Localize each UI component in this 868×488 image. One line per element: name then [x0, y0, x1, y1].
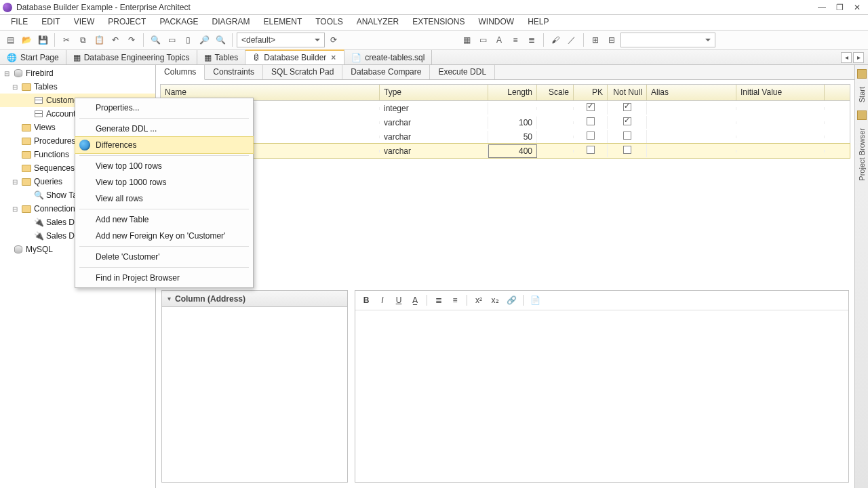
cell-scale[interactable]	[537, 136, 574, 138]
list-icon[interactable]: ≣	[524, 33, 539, 47]
cm-delete-customer[interactable]: Delete 'Customer'	[75, 249, 253, 265]
column-panel-header[interactable]: ▾ Column (Address)	[162, 291, 347, 307]
tab-close-icon[interactable]: ×	[330, 53, 337, 62]
cell-initial[interactable]	[736, 107, 825, 110]
numbered-list-icon[interactable]: ≡	[448, 293, 462, 307]
col-header-length[interactable]: Length	[488, 85, 537, 100]
cell-type[interactable]: integer	[380, 102, 488, 115]
cell-alias[interactable]	[647, 150, 736, 152]
menu-edit[interactable]: EDIT	[35, 15, 66, 30]
cut-icon[interactable]: ✂	[59, 33, 74, 47]
window2-icon[interactable]: ⊟	[604, 33, 619, 47]
checkbox-icon[interactable]	[587, 117, 595, 125]
superscript-icon[interactable]: x²	[472, 293, 486, 307]
page-icon[interactable]: ▭	[164, 33, 179, 47]
menu-help[interactable]: HELP	[521, 15, 555, 30]
paint-icon[interactable]: 🖌	[548, 33, 563, 47]
filter-combo[interactable]	[620, 33, 715, 47]
cm-show-differences[interactable]: Differences	[75, 137, 253, 153]
minimize-button[interactable]: —	[814, 2, 830, 13]
cell-alias[interactable]	[647, 136, 736, 138]
menu-tools[interactable]: TOOLS	[309, 15, 349, 30]
window1-icon[interactable]: ⊞	[588, 33, 603, 47]
subtab-sql-scratch-pad[interactable]: SQL Scratch Pad	[263, 65, 342, 79]
italic-icon[interactable]: I	[376, 293, 389, 307]
col-header-scale[interactable]: Scale	[537, 85, 574, 100]
refresh-icon[interactable]: ⟳	[326, 33, 341, 47]
tab-db-engineering[interactable]: ▦ Database Engineering Topics	[66, 50, 197, 64]
align-icon[interactable]: ≡	[508, 33, 523, 47]
cm-add-foreign-key[interactable]: Add new Foreign Key on 'Customer'	[75, 228, 253, 244]
cell-length[interactable]: 50	[488, 131, 537, 143]
text-icon[interactable]: A	[492, 33, 507, 47]
document-icon[interactable]: 📄	[528, 293, 542, 307]
rail-tab-project-browser[interactable]: Project Browser	[858, 125, 866, 184]
cell-notnull[interactable]	[608, 102, 647, 115]
tree-node-firebird[interactable]: ⊟Firebird	[0, 66, 155, 80]
checkbox-icon[interactable]	[623, 131, 631, 140]
maximize-button[interactable]: ❐	[831, 2, 848, 13]
hyperlink-icon[interactable]: 🔗	[505, 293, 518, 307]
cell-type[interactable]: varchar	[380, 117, 488, 129]
checkbox-icon[interactable]	[623, 103, 631, 111]
cell-length[interactable]	[488, 107, 537, 110]
cm-view-all-rows[interactable]: View all rows	[75, 190, 253, 207]
tab-prev-button[interactable]: ◂	[841, 52, 852, 63]
col-header-type[interactable]: Type	[380, 85, 488, 100]
tree-node-tables[interactable]: ⊟Tables	[0, 80, 155, 94]
menu-package[interactable]: PACKAGE	[153, 15, 205, 30]
tab-tables[interactable]: ▦ Tables	[197, 50, 246, 64]
cm-view-top-100[interactable]: View top 100 rows	[75, 158, 253, 174]
rail-icon[interactable]	[857, 110, 867, 120]
cm-add-new-table[interactable]: Add new Table	[75, 211, 253, 228]
col-header-alias[interactable]: Alias	[647, 85, 736, 100]
collapse-icon[interactable]: ▾	[167, 295, 171, 302]
checkbox-icon[interactable]	[623, 117, 631, 125]
cell-alias[interactable]	[647, 121, 736, 124]
checkbox-icon[interactable]	[623, 146, 631, 154]
cell-pk[interactable]	[574, 102, 608, 115]
col-header-initial[interactable]: Initial Value	[736, 85, 825, 100]
cell-pk[interactable]	[574, 116, 608, 129]
cm-view-top-1000[interactable]: View top 1000 rows	[75, 174, 253, 190]
font-color-icon[interactable]: A̲	[408, 293, 422, 307]
new-icon[interactable]: ▤	[3, 33, 18, 47]
menu-diagram[interactable]: DIAGRAM	[205, 15, 257, 30]
underline-icon[interactable]: U	[392, 293, 406, 307]
bullet-list-icon[interactable]: ≣	[432, 293, 446, 307]
menu-window[interactable]: WINDOW	[472, 15, 521, 30]
layout-icon[interactable]: ▭	[475, 33, 490, 47]
grid-row[interactable]: varchar 50	[161, 129, 850, 144]
subtab-columns[interactable]: Columns	[156, 65, 205, 80]
cell-alias[interactable]	[647, 107, 736, 110]
tab-start-page[interactable]: 🌐 Start Page	[0, 50, 66, 64]
pages-icon[interactable]: ▯	[180, 33, 195, 47]
tab-database-builder[interactable]: 🛢 Database Builder ×	[245, 49, 344, 64]
bold-icon[interactable]: B	[359, 293, 373, 307]
rail-tab-start[interactable]: Start	[858, 84, 866, 105]
menu-extensions[interactable]: EXTENSIONS	[406, 15, 471, 30]
cell-initial[interactable]	[736, 121, 825, 124]
tab-next-button[interactable]: ▸	[853, 52, 864, 63]
col-header-notnull[interactable]: Not Null	[608, 85, 647, 100]
cell-pk[interactable]	[574, 144, 608, 157]
subtab-constraints[interactable]: Constraints	[205, 65, 263, 79]
checkbox-icon[interactable]	[587, 131, 595, 140]
paste-icon[interactable]: 📋	[92, 33, 106, 47]
cell-initial[interactable]	[736, 136, 825, 138]
cell-type[interactable]: varchar	[380, 145, 488, 157]
menu-project[interactable]: PROJECT	[101, 15, 153, 30]
cell-scale[interactable]	[537, 121, 574, 124]
cell-notnull[interactable]	[608, 144, 647, 157]
cell-length[interactable]: 400	[488, 144, 537, 158]
copy-icon[interactable]: ⧉	[75, 33, 90, 47]
subscript-icon[interactable]: x₂	[488, 293, 502, 307]
zoom-icon[interactable]: 🔍	[148, 33, 163, 47]
cell-notnull[interactable]	[608, 130, 647, 143]
cm-find-in-browser[interactable]: Find in Project Browser	[75, 270, 253, 286]
workspace-combo[interactable]: <default>	[237, 33, 325, 47]
tab-create-tables-sql[interactable]: 📄 create-tables.sql	[344, 50, 432, 64]
line-icon[interactable]: ／	[564, 33, 579, 47]
redo-icon[interactable]: ↷	[124, 33, 139, 47]
grid-row[interactable]: integer	[161, 101, 850, 115]
